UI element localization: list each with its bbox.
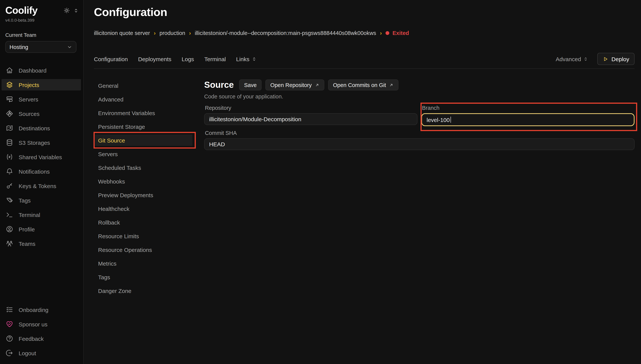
variable-icon — [6, 153, 13, 161]
page-title: Configuration — [94, 5, 634, 19]
section-title: Source — [204, 80, 234, 90]
theme-select-button[interactable] — [73, 8, 79, 13]
subnav-item-persistent-storage[interactable]: Persistent Storage — [95, 120, 192, 133]
branch-input[interactable]: level-100 — [421, 113, 634, 126]
subnav-item-preview-deployments[interactable]: Preview Deployments — [95, 188, 192, 202]
sidebar-item-label: Servers — [19, 96, 38, 102]
status-label: Exited — [393, 30, 409, 36]
sidebar-item-logout[interactable]: Logout — [0, 346, 83, 360]
sidebar-item-destinations[interactable]: Destinations — [0, 121, 83, 135]
advanced-dropdown[interactable]: Advanced — [556, 56, 588, 62]
git-source-panel: Source Save Open Repository Open Commits… — [204, 79, 634, 364]
breadcrumb-environment[interactable]: production — [160, 30, 185, 36]
subnav-item-metrics[interactable]: Metrics — [95, 256, 192, 270]
sidebar-footer-nav: Onboarding Sponsor us Feedback Logout — [0, 302, 83, 364]
sidebar-item-s3-storages[interactable]: S3 Storages — [0, 135, 83, 150]
subnav-item-resource-limits[interactable]: Resource Limits — [95, 229, 192, 243]
home-icon — [6, 66, 13, 74]
subnav-item-git-source[interactable]: Git Source — [95, 134, 192, 146]
commit-sha-input[interactable]: HEAD — [204, 138, 634, 150]
branch-label: Branch — [421, 105, 634, 111]
team-select-value: Hosting — [10, 44, 28, 50]
subnav-item-scheduled-tasks[interactable]: Scheduled Tasks — [95, 161, 192, 174]
sidebar-item-teams[interactable]: Teams — [0, 236, 83, 251]
deploy-button[interactable]: Deploy — [597, 53, 634, 65]
user-circle-icon — [6, 225, 13, 233]
chevron-down-icon — [67, 44, 72, 50]
sidebar-item-servers[interactable]: Servers — [0, 92, 83, 106]
repository-field-group: Repository illicitestonion/Module-Decomp… — [204, 105, 417, 126]
sun-icon — [64, 7, 70, 14]
app-logo: Coolify — [5, 4, 38, 16]
subnav-item-healthcheck[interactable]: Healthcheck — [95, 202, 192, 216]
save-button[interactable]: Save — [239, 80, 262, 90]
sidebar-item-label: Sources — [19, 110, 40, 117]
chevrons-up-down-icon — [583, 56, 588, 61]
sidebar-item-label: Notifications — [19, 168, 50, 174]
chevron-right-icon: › — [189, 30, 191, 36]
checklist-icon — [6, 306, 13, 314]
sidebar-item-keys-tokens[interactable]: Keys & Tokens — [0, 178, 83, 193]
sidebar-item-onboarding[interactable]: Onboarding — [0, 302, 83, 317]
subnav-item-environment-variables[interactable]: Environment Variables — [95, 106, 192, 120]
sidebar-item-shared-variables[interactable]: Shared Variables — [0, 150, 83, 164]
tab-bar: Configuration Deployments Logs Terminal … — [94, 53, 634, 65]
sidebar-item-profile[interactable]: Profile — [0, 222, 83, 236]
external-link-icon — [389, 83, 394, 87]
subnav-item-danger-zone[interactable]: Danger Zone — [95, 284, 192, 298]
breadcrumb-application[interactable]: illicitestonion/-module--decomposition:m… — [195, 30, 376, 36]
open-commits-button[interactable]: Open Commits on Git — [328, 80, 399, 90]
sidebar-item-sources[interactable]: Sources — [0, 106, 83, 121]
subnav-item-webhooks[interactable]: Webhooks — [95, 174, 192, 188]
sidebar: Coolify v4.0.0-beta.399 Current Team Hos… — [0, 0, 84, 364]
subnav-item-advanced[interactable]: Advanced — [95, 92, 192, 106]
branch-field-group: Branch level-100 — [421, 105, 634, 126]
sidebar-item-label: Tags — [19, 197, 31, 204]
commit-sha-field-group: Commit SHA HEAD — [204, 130, 634, 150]
repository-input[interactable]: illicitestonion/Module-Decomposition — [204, 113, 417, 125]
sidebar-item-label: Profile — [19, 226, 35, 232]
tab-terminal[interactable]: Terminal — [204, 56, 226, 62]
sidebar-item-projects[interactable]: Projects — [2, 79, 81, 90]
status-dot-icon — [386, 31, 389, 35]
tab-links[interactable]: Links — [236, 56, 257, 62]
sidebar-item-tags[interactable]: Tags — [0, 193, 83, 208]
tab-deployments[interactable]: Deployments — [138, 56, 171, 62]
repository-label: Repository — [204, 105, 417, 111]
subnav-item-tags[interactable]: Tags — [95, 270, 192, 284]
tab-configuration[interactable]: Configuration — [94, 56, 128, 62]
chevrons-up-down-icon — [252, 56, 257, 61]
breadcrumb-project[interactable]: illicitonion quote server — [94, 30, 150, 36]
sidebar-item-label: Projects — [19, 82, 39, 88]
chevron-right-icon: › — [380, 30, 382, 36]
users-icon — [6, 240, 13, 247]
map-icon — [6, 124, 13, 132]
sidebar-item-dashboard[interactable]: Dashboard — [0, 63, 83, 78]
sidebar-item-sponsor-us[interactable]: Sponsor us — [0, 317, 83, 331]
chevron-right-icon: › — [154, 30, 156, 36]
subnav-item-general[interactable]: General — [95, 79, 192, 92]
sidebar-item-label: Dashboard — [19, 67, 47, 74]
status-badge: Exited — [386, 30, 409, 36]
help-circle-icon — [6, 335, 13, 342]
server-icon — [6, 95, 13, 103]
subnav-item-servers[interactable]: Servers — [95, 147, 192, 161]
subnav-item-rollback[interactable]: Rollback — [95, 216, 192, 229]
sidebar-item-notifications[interactable]: Notifications — [0, 164, 83, 178]
play-icon — [603, 56, 608, 62]
sidebar-item-feedback[interactable]: Feedback — [0, 331, 83, 346]
theme-toggle-button[interactable] — [64, 7, 70, 14]
team-select[interactable]: Hosting — [5, 41, 77, 53]
external-link-icon — [315, 83, 319, 87]
bell-icon — [6, 168, 13, 175]
sidebar-item-label: Logout — [19, 350, 36, 356]
subnav-item-resource-operations[interactable]: Resource Operations — [95, 243, 192, 256]
open-repository-button[interactable]: Open Repository — [265, 80, 324, 90]
sidebar-item-label: Terminal — [19, 212, 40, 218]
commit-sha-label: Commit SHA — [204, 130, 634, 136]
chevrons-up-down-icon — [73, 8, 79, 13]
tab-logs[interactable]: Logs — [182, 56, 194, 62]
main-area: Configuration illicitonion quote server … — [84, 0, 641, 364]
sidebar-item-terminal[interactable]: Terminal — [0, 208, 83, 222]
sidebar-item-label: Keys & Tokens — [19, 182, 56, 189]
